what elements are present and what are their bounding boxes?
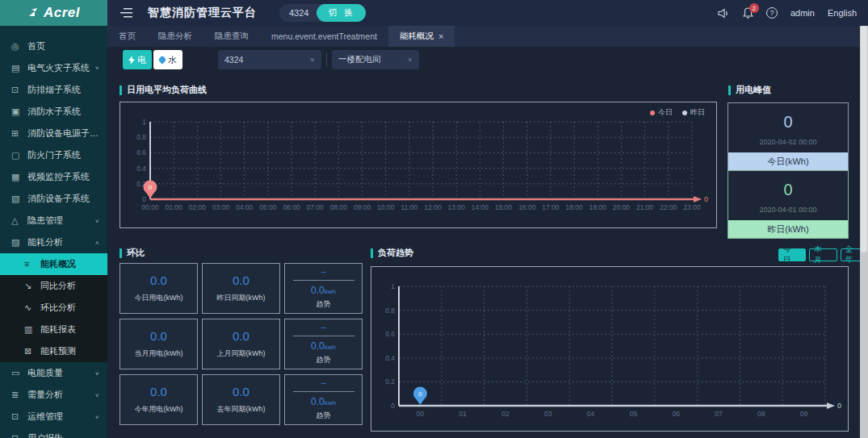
energy-forecast-icon: ⊠ — [24, 340, 35, 362]
sidebar-subitem[interactable]: ⊠能耗预测 — [0, 340, 107, 362]
sidebar-item[interactable]: ⊟用户报告 — [0, 428, 107, 438]
legend-yesterday[interactable]: 昨日 — [682, 107, 705, 118]
tab-hazard-analysis[interactable]: 隐患分析 — [147, 26, 203, 47]
svg-text:03: 03 — [544, 410, 552, 418]
svg-text:10:00: 10:00 — [377, 203, 395, 211]
stat-card: 0.0去年同期(kWh) — [202, 374, 280, 425]
brand-logo: Acrel — [0, 0, 107, 26]
sidebar-item[interactable]: ▦视频监控子系统 — [0, 166, 107, 188]
sidebar-item-label: 消防设备子系统 — [27, 188, 99, 210]
svg-text:06: 06 — [672, 410, 680, 418]
legend-dot — [682, 111, 687, 115]
svg-text:04: 04 — [587, 410, 595, 418]
svg-text:07: 07 — [715, 410, 723, 418]
sidebar-item[interactable]: ▨能耗分析∧ — [0, 232, 107, 253]
stat-card: 0.0今日用电(kWh) — [120, 263, 198, 314]
acrel-logo-icon — [27, 7, 40, 19]
sidebar-item[interactable]: ▧消防设备子系统 — [0, 188, 107, 210]
svg-text:05:00: 05:00 — [259, 203, 277, 211]
svg-text:0.4: 0.4 — [136, 165, 146, 173]
tab-home[interactable]: 首页 — [107, 26, 147, 47]
sidebar-item-label: 消防水子系统 — [27, 101, 99, 123]
help-icon[interactable]: ? — [766, 7, 778, 19]
load-chart-canvas: 00.20.40.60.810001020304050607080900 — [371, 267, 848, 434]
stat-card: 0.0昨日同期(kWh) — [202, 263, 280, 314]
water-drop-icon — [157, 55, 166, 64]
legend-dot — [650, 111, 655, 115]
collapse-menu-icon[interactable] — [120, 7, 133, 19]
scrollbar-thumb[interactable] — [861, 26, 867, 252]
sidebar-item[interactable]: ≣需量分析∨ — [0, 384, 107, 406]
sidebar-subitem[interactable]: ∿环比分析 — [0, 297, 107, 319]
sidebar-item[interactable]: ▤电气火灾子系统∨ — [0, 57, 107, 79]
peak-title: 用电峰值 — [728, 84, 771, 96]
sidebar-item-label: 能耗报表 — [40, 319, 99, 340]
sidebar-item[interactable]: ◎首页 — [0, 35, 107, 57]
title-accent-bar — [371, 248, 373, 258]
demand-analysis-icon: ≣ — [11, 384, 22, 406]
vertical-scrollbar[interactable] — [860, 26, 868, 438]
app-window: Acrel ◎首页▤电气火灾子系统∨⊡防排烟子系统▣消防水子系统⊞消防设备电源子… — [0, 0, 868, 438]
room-select[interactable]: 一楼配电间∨ — [332, 50, 419, 69]
chevron-down-icon: ∨ — [94, 365, 99, 382]
water-toggle-button[interactable]: 水 — [153, 50, 182, 69]
svg-text:12:00: 12:00 — [424, 203, 442, 211]
energy-overview-icon: ≡ — [24, 253, 35, 275]
sidebar-item[interactable]: ▢防火门子系统 — [0, 144, 107, 166]
ring-comparison-grid: 0.0今日用电(kWh)0.0昨日同期(kWh)--0.0kwh趋势0.0当月用… — [120, 263, 363, 425]
range-month-button[interactable]: 本 月 — [809, 248, 837, 261]
load-trend-chart: 00.20.40.60.810001020304050607080900 — [371, 266, 849, 432]
peak-label: 昨日(kWh) — [728, 220, 848, 238]
peak-value: 0 — [728, 113, 848, 131]
sidebar-subitem[interactable]: ▥能耗报表 — [0, 319, 107, 340]
bell-icon[interactable]: 2 — [743, 7, 753, 19]
device-select[interactable]: 4324∨ — [218, 50, 321, 69]
tab-energy-overview[interactable]: 能耗概况 × — [388, 26, 455, 47]
mom-analysis-icon: ∿ — [24, 297, 35, 319]
sidebar-item[interactable]: ⊡运维管理∨ — [0, 406, 107, 428]
sidebar-item[interactable]: ⊞消防设备电源子系统 — [0, 123, 107, 144]
tab-hazard-query[interactable]: 隐患查询 — [203, 26, 260, 47]
chevron-down-icon: ∨ — [94, 212, 99, 230]
sidebar: Acrel ◎首页▤电气火灾子系统∨⊡防排烟子系统▣消防水子系统⊞消防设备电源子… — [0, 0, 107, 438]
sidebar-item[interactable]: ▣消防水子系统 — [0, 101, 107, 123]
range-today-button[interactable]: 今 日 — [778, 248, 806, 261]
svg-text:0.6: 0.6 — [385, 330, 395, 338]
title-accent-bar — [120, 86, 122, 95]
svg-text:0: 0 — [142, 195, 146, 203]
svg-text:11:00: 11:00 — [401, 203, 418, 211]
svg-text:0: 0 — [837, 402, 841, 410]
equipment-power-icon: ⊞ — [11, 123, 22, 144]
power-quality-icon: ▭ — [11, 362, 22, 384]
daily-curve-title: 日用电平均负荷曲线 — [120, 84, 207, 96]
svg-text:16:00: 16:00 — [518, 203, 536, 211]
peak-time: 2020-04-02 00:00 — [728, 138, 848, 146]
trend-card: --0.0kwh趋势 — [284, 263, 363, 314]
speaker-icon[interactable] — [718, 8, 730, 19]
legend-today[interactable]: 今日 — [650, 107, 673, 118]
energy-report-icon: ▥ — [24, 319, 35, 340]
sidebar-item[interactable]: △隐患管理∨ — [0, 210, 107, 232]
sidebar-subitem[interactable]: ≡能耗概况 — [0, 253, 107, 275]
station-pill: 4324 切 换 — [279, 4, 366, 22]
sidebar-subitem[interactable]: ↘同比分析 — [0, 275, 107, 297]
fire-door-icon: ▢ — [11, 144, 22, 166]
daily-load-chart: 今日 昨日 00.20.40.60.8100:0001:0002:0003:00… — [120, 102, 717, 228]
switch-button[interactable]: 切 换 — [317, 4, 366, 22]
peak-card-today: 0 2020-04-02 00:00 今日(kWh) — [728, 102, 849, 171]
top-header: 智慧消防管理云平台 4324 切 换 2 ? admin — [107, 0, 868, 26]
lightning-icon — [128, 56, 135, 65]
sidebar-item[interactable]: ⊡防排烟子系统 — [0, 79, 107, 101]
tab-event-treatment[interactable]: menu.event.eventTreatment — [260, 26, 388, 47]
language-switch[interactable]: English — [828, 8, 857, 18]
svg-text:13:00: 13:00 — [448, 203, 466, 211]
trend-card: --0.0kwh趋势 — [284, 374, 363, 425]
electric-toggle-button[interactable]: 电 — [123, 50, 152, 69]
svg-text:09:00: 09:00 — [354, 203, 371, 211]
chevron-up-icon: ∧ — [94, 234, 99, 252]
tab-close-icon[interactable]: × — [438, 31, 443, 41]
svg-text:0: 0 — [418, 390, 422, 398]
sidebar-item[interactable]: ▭电能质量∨ — [0, 362, 107, 384]
user-menu[interactable]: admin — [790, 8, 815, 18]
peak-time: 2020-04-01 00:00 — [728, 206, 848, 214]
